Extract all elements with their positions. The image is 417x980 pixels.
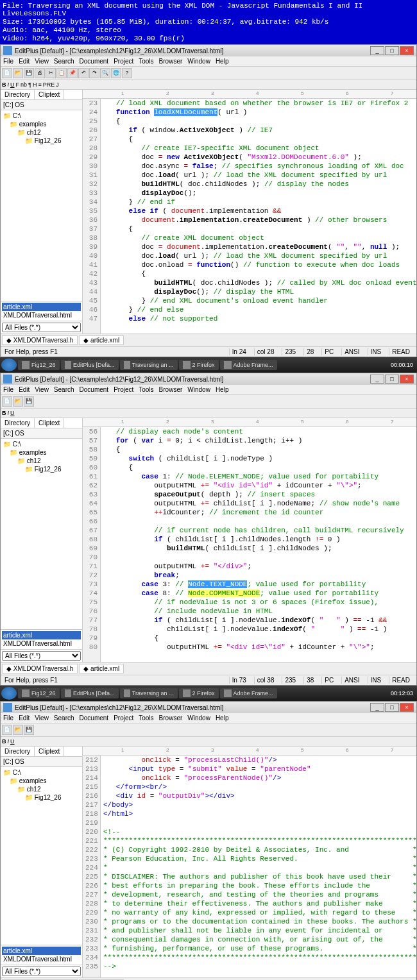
new-icon[interactable]: 📄: [2, 725, 12, 735]
tree-root[interactable]: 📁 C:\: [2, 112, 81, 120]
menu-file[interactable]: File: [3, 386, 13, 393]
close-button[interactable]: ×: [400, 703, 414, 712]
menu-browser[interactable]: Browser: [159, 386, 183, 393]
maximize-button[interactable]: □: [385, 703, 399, 712]
menu-document[interactable]: Document: [80, 58, 109, 65]
taskbar-app[interactable]: EditPlus [Defa...: [61, 688, 119, 698]
font-button[interactable]: F: [16, 81, 20, 88]
menu-view[interactable]: View: [35, 714, 49, 722]
minimize-button[interactable]: _: [370, 375, 384, 384]
underline-button[interactable]: U: [10, 410, 15, 416]
tree-examples[interactable]: 📁 examples: [2, 448, 81, 457]
code-editor[interactable]: 1234567 56575859606162636465666768697071…: [83, 418, 416, 662]
doctab-article[interactable]: ◆ article.xml: [79, 664, 124, 673]
minimize-button[interactable]: _: [370, 46, 384, 55]
open-icon[interactable]: 📂: [13, 396, 23, 407]
underline-button[interactable]: U: [10, 81, 15, 88]
directory-tab[interactable]: Directory: [1, 418, 35, 428]
bold-button[interactable]: B: [2, 738, 6, 745]
paste-icon[interactable]: 📌: [67, 68, 78, 78]
save-icon[interactable]: 💾: [24, 396, 34, 407]
bold-button[interactable]: B: [2, 81, 6, 88]
start-button[interactable]: [1, 687, 17, 700]
cliptext-tab[interactable]: Cliptext: [35, 90, 64, 99]
code-content[interactable]: // display each node's content for ( var…: [101, 427, 416, 662]
tree-root[interactable]: 📁 C:\: [2, 768, 81, 777]
open-icon[interactable]: 📂: [13, 68, 23, 78]
file-traversal[interactable]: XMLDOMTraversal.html: [2, 639, 81, 648]
titlebar[interactable]: EditPlus [Default] - [C:\examples\ch12\F…: [1, 45, 416, 56]
menu-tools[interactable]: Tools: [139, 714, 153, 722]
tree-examples[interactable]: 📁 examples: [2, 777, 81, 785]
heading-button[interactable]: H: [33, 81, 37, 88]
tree-fig[interactable]: 📁 Fig12_26: [2, 465, 81, 473]
file-traversal[interactable]: XMLDOMTraversal.html: [2, 311, 81, 319]
menu-project[interactable]: Project: [114, 386, 133, 393]
folder-tree[interactable]: 📁 C:\ 📁 examples 📁 ch12 📁 Fig12_26: [1, 439, 82, 629]
underline-button[interactable]: U: [10, 738, 15, 745]
menu-document[interactable]: Document: [80, 714, 109, 722]
menu-tools[interactable]: Tools: [139, 386, 153, 393]
file-traversal[interactable]: XMLDOMTraversal.html: [2, 955, 81, 963]
taskbar-app[interactable]: 2 Firefox: [179, 688, 219, 698]
menu-file[interactable]: File: [3, 58, 13, 65]
drive-selector[interactable]: [C:] OS: [1, 757, 82, 767]
close-button[interactable]: ×: [400, 46, 414, 55]
file-filter[interactable]: All Files (*.*): [2, 651, 81, 661]
cut-icon[interactable]: ✂: [46, 68, 56, 78]
menu-help[interactable]: Help: [216, 58, 229, 65]
js-button[interactable]: J: [56, 81, 59, 88]
close-button[interactable]: ×: [400, 375, 414, 384]
code-content[interactable]: // load XML document based on whether th…: [101, 99, 416, 334]
titlebar[interactable]: EditPlus [Default] - [C:\examples\ch12\F…: [1, 373, 416, 385]
open-icon[interactable]: 📂: [13, 725, 23, 735]
folder-tree[interactable]: 📁 C:\ 📁 examples 📁 ch12 📁 Fig12_26: [1, 767, 82, 945]
menu-browser[interactable]: Browser: [159, 714, 183, 722]
menu-search[interactable]: Search: [54, 714, 74, 722]
minimize-button[interactable]: _: [370, 703, 384, 712]
menu-help[interactable]: Help: [216, 714, 229, 722]
taskbar-app[interactable]: Traversing an ...: [120, 360, 178, 370]
file-article[interactable]: article.xml: [2, 947, 81, 955]
drive-selector[interactable]: [C:] OS: [1, 428, 82, 439]
italic-button[interactable]: I: [8, 738, 10, 745]
save-icon[interactable]: 💾: [24, 68, 34, 78]
menu-edit[interactable]: Edit: [19, 714, 30, 722]
paragraph-button[interactable]: ¶: [28, 81, 31, 88]
browser-icon[interactable]: 🌐: [111, 68, 121, 78]
save-icon[interactable]: 💾: [24, 725, 34, 735]
print-icon[interactable]: 🖨: [35, 68, 45, 78]
drive-selector[interactable]: [C:] OS: [1, 100, 82, 110]
code-editor[interactable]: 1234567 23242526272829303132333435363738…: [83, 90, 416, 334]
menu-search[interactable]: Search: [54, 386, 74, 393]
menu-project[interactable]: Project: [114, 58, 133, 65]
nb-button[interactable]: nb: [21, 81, 27, 88]
taskbar-app[interactable]: Fig12_26: [18, 360, 60, 370]
doctab-article[interactable]: ◆ article.xml: [79, 335, 124, 345]
taskbar-app[interactable]: Traversing an ...: [120, 688, 178, 698]
undo-icon[interactable]: ↶: [78, 68, 89, 78]
maximize-button[interactable]: □: [385, 46, 399, 55]
folder-tree[interactable]: 📁 C:\ 📁 examples 📁 ch12 📁 Fig12_26: [1, 110, 82, 301]
menu-window[interactable]: Window: [187, 714, 210, 722]
menu-file[interactable]: File: [3, 714, 13, 722]
menu-browser[interactable]: Browser: [159, 58, 183, 65]
directory-tab[interactable]: Directory: [1, 90, 35, 99]
taskbar-app[interactable]: Adobe Frame...: [220, 688, 277, 698]
file-article[interactable]: article.xml: [2, 303, 81, 311]
menu-view[interactable]: View: [35, 386, 49, 393]
file-filter[interactable]: All Files (*.*): [2, 967, 81, 976]
menu-help[interactable]: Help: [216, 386, 229, 393]
menu-window[interactable]: Window: [187, 386, 210, 393]
directory-tab[interactable]: Directory: [1, 747, 35, 756]
copy-icon[interactable]: 📋: [56, 68, 67, 78]
file-article[interactable]: article.xml: [2, 631, 81, 639]
menu-view[interactable]: View: [35, 58, 49, 65]
pre-button[interactable]: PRE: [43, 81, 55, 88]
menu-window[interactable]: Window: [187, 58, 210, 65]
italic-button[interactable]: I: [8, 410, 10, 416]
find-icon[interactable]: 🔍: [100, 68, 110, 78]
tree-examples[interactable]: 📁 examples: [2, 120, 81, 128]
taskbar-app[interactable]: EditPlus [Defa...: [61, 360, 119, 370]
taskbar-app[interactable]: Adobe Frame...: [220, 360, 277, 370]
